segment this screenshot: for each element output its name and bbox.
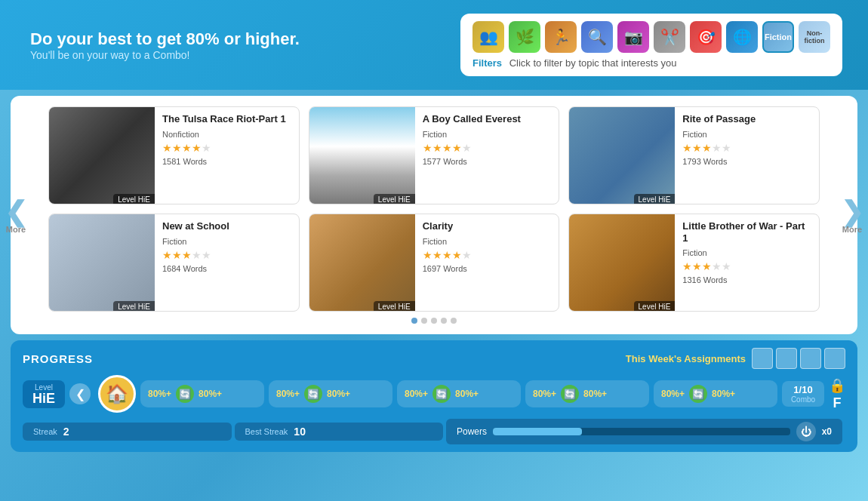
card-rite[interactable]: Level HiE Rite of Passage Fiction ★ ★ ★ … (568, 106, 820, 204)
progress-slot-1: 80%+ 🔄 80%+ (140, 380, 264, 407)
slot-3-pct1: 80%+ (405, 389, 428, 399)
right-nav-arrow[interactable]: ❯ More (841, 196, 863, 234)
person-filter-btn[interactable]: 🏃 (545, 21, 577, 53)
target-filter-btn[interactable]: 🎯 (690, 21, 722, 53)
card-tulsa-words: 1581 Words (162, 157, 286, 166)
slot-2-pct1: 80%+ (276, 389, 300, 399)
card-rite-stars: ★ ★ ★ ★ ★ (682, 142, 756, 154)
slot-3-pct2: 80%+ (455, 389, 479, 399)
combo-label: Combo (791, 395, 815, 404)
card-clarity-level: Level HiE (374, 301, 415, 312)
card-school-stars: ★ ★ ★ ★ ★ (162, 249, 229, 261)
progress-section: PROGRESS This Week's Assignments Level H… (11, 340, 857, 452)
card-war-words: 1316 Words (682, 275, 811, 284)
slot-2-pct2: 80%+ (327, 389, 350, 399)
progress-slot-2: 80%+ 🔄 80%+ (269, 380, 392, 407)
combo-grade: F (833, 395, 842, 411)
camera-filter-btn[interactable]: 📷 (617, 21, 649, 53)
scissors-filter-btn[interactable]: ✂️ (654, 21, 685, 53)
card-everest[interactable]: Level HiE A Boy Called Everest Fiction ★… (309, 106, 560, 204)
power-button[interactable]: ⏻ (796, 422, 816, 441)
assignment-boxes (752, 348, 845, 369)
streak-segment: Streak 2 (23, 423, 232, 441)
powers-x0: x0 (822, 426, 832, 437)
dot-3[interactable] (431, 318, 437, 324)
level-val: HiE (30, 392, 57, 405)
assignments-label: This Week's Assignments (626, 353, 746, 364)
filters-word: Filters (472, 57, 502, 69)
card-school-info: New at School Fiction ★ ★ ★ ★ ★ 1684 Wor… (155, 214, 237, 311)
card-tulsa[interactable]: Level HiE The Tulsa Race Riot-Part 1 Non… (48, 106, 300, 204)
cards-grid: Level HiE The Tulsa Race Riot-Part 1 Non… (48, 106, 820, 312)
progress-slot-5: 80%+ 🔄 80%+ (654, 380, 777, 407)
card-rite-info: Rite of Passage Fiction ★ ★ ★ ★ ★ 1793 W… (675, 107, 763, 204)
left-more-label: More (6, 225, 26, 234)
dot-5[interactable] (451, 318, 457, 324)
card-rite-level: Level HiE (634, 194, 676, 204)
slot-5-icon: 🔄 (689, 385, 707, 403)
progress-slots: 80%+ 🔄 80%+ 80%+ 🔄 80%+ 80%+ 🔄 80%+ 80%+… (140, 380, 777, 407)
nonfiction-filter-btn[interactable]: Non-fiction (799, 21, 830, 53)
card-clarity-stars: ★ ★ ★ ★ ★ (423, 249, 472, 261)
progress-bar-row: Level HiE ❮ 🏠 80%+ 🔄 80%+ 80%+ 🔄 80%+ 80… (23, 375, 845, 413)
best-streak-label: Best Streak (245, 427, 288, 436)
assignments-area: This Week's Assignments (626, 348, 845, 369)
card-rite-words: 1793 Words (682, 157, 756, 166)
top-banner: Do your best to get 80% or higher. You'l… (0, 0, 868, 90)
card-rite-title: Rite of Passage (682, 113, 756, 125)
card-rite-image: Level HiE (569, 107, 675, 204)
globe-filter-btn[interactable]: 🌿 (509, 21, 540, 53)
progress-left-btn[interactable]: ❮ (69, 383, 91, 404)
card-everest-stars: ★ ★ ★ ★ ★ (423, 142, 521, 154)
card-everest-words: 1577 Words (423, 157, 521, 166)
card-war-title: Little Brother of War - Part 1 (682, 220, 811, 244)
streak-label: Streak (33, 427, 57, 436)
card-tulsa-info: The Tulsa Race Riot-Part 1 Nonfiction ★ … (155, 107, 294, 204)
assignment-box-1 (752, 348, 773, 369)
slot-4-pct2: 80%+ (583, 389, 607, 399)
slot-4-icon: 🔄 (561, 385, 579, 403)
card-clarity[interactable]: Level HiE Clarity Fiction ★ ★ ★ ★ ★ 1697… (309, 214, 560, 312)
slot-2-icon: 🔄 (304, 385, 322, 403)
main-content: ❮ More Level HiE The Tulsa Race Riot-Par… (11, 96, 857, 334)
dot-2[interactable] (421, 318, 427, 324)
slot-5-pct2: 80%+ (712, 389, 735, 399)
best-streak-segment: Best Streak 10 (235, 423, 444, 441)
card-school-words: 1684 Words (162, 264, 229, 273)
grade-area: 🔒 F (829, 377, 845, 411)
assignment-box-2 (776, 348, 797, 369)
card-tulsa-level: Level HiE (113, 194, 155, 204)
combo-count: 1/10 (793, 384, 812, 395)
left-nav-arrow[interactable]: ❮ More (5, 196, 27, 234)
slot-4-pct1: 80%+ (533, 389, 556, 399)
best-streak-val: 10 (294, 426, 306, 438)
filter-icons: 👥 🌿 🏃 🔍 📷 ✂️ 🎯 🌐 Fiction Non-fiction (472, 21, 830, 53)
slot-1-pct1: 80%+ (148, 389, 171, 399)
card-everest-info: A Boy Called Everest Fiction ★ ★ ★ ★ ★ 1… (415, 107, 528, 204)
dot-1[interactable] (411, 318, 417, 324)
card-war[interactable]: Level HiE Little Brother of War - Part 1… (568, 214, 820, 312)
card-school-genre: Fiction (162, 237, 229, 246)
magnify-filter-btn[interactable]: 🔍 (581, 21, 613, 53)
dot-4[interactable] (441, 318, 447, 324)
filter-instruction: Click to filter by topic that interests … (509, 57, 677, 69)
powers-bar-fill (493, 428, 582, 435)
card-everest-level: Level HiE (374, 194, 415, 204)
pagination-dots (48, 318, 820, 324)
card-school[interactable]: Level HiE New at School Fiction ★ ★ ★ ★ … (48, 214, 300, 312)
powers-segment: Powers ⏻ x0 (446, 419, 842, 444)
level-badge: Level HiE (23, 380, 65, 408)
card-clarity-info: Clarity Fiction ★ ★ ★ ★ ★ 1697 Words (415, 214, 479, 311)
streak-row: Streak 2 Best Streak 10 Powers ⏻ x0 (23, 419, 845, 444)
card-war-genre: Fiction (682, 248, 811, 257)
card-clarity-genre: Fiction (423, 237, 472, 246)
world-filter-btn[interactable]: 🌐 (726, 21, 758, 53)
card-war-stars: ★ ★ ★ ★ ★ (682, 260, 811, 272)
fiction-filter-btn[interactable]: Fiction (762, 21, 794, 53)
banner-subtext: You'll be on your way to a Combo! (30, 49, 300, 61)
card-tulsa-genre: Nonfiction (162, 130, 286, 139)
progress-slot-3: 80%+ 🔄 80%+ (397, 380, 521, 407)
card-everest-genre: Fiction (423, 130, 521, 139)
card-tulsa-stars: ★ ★ ★ ★ ★ (162, 142, 286, 154)
people-filter-btn[interactable]: 👥 (472, 21, 504, 53)
